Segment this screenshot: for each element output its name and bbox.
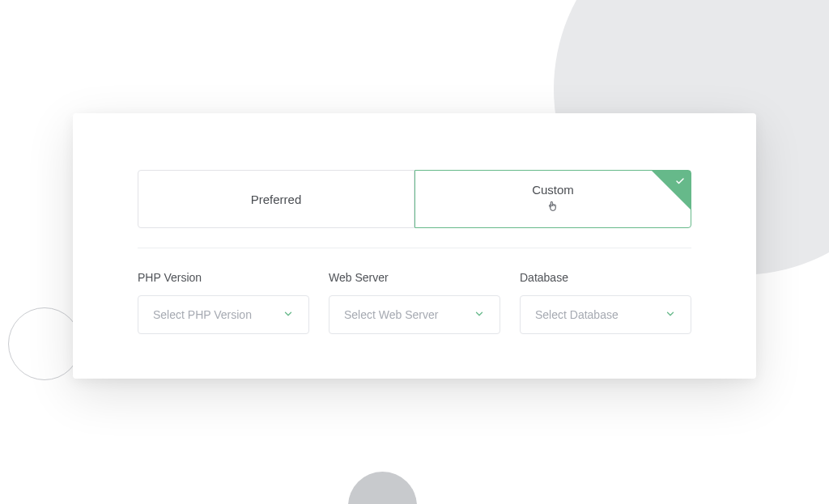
tab-preferred[interactable]: Preferred <box>138 170 414 228</box>
fields-row: PHP Version Select PHP Version Web Serve… <box>138 271 691 334</box>
web-server-placeholder: Select Web Server <box>344 308 438 321</box>
php-version-select[interactable]: Select PHP Version <box>138 295 309 334</box>
config-card: Preferred Custom PHP Version Sele <box>73 113 756 379</box>
web-server-label: Web Server <box>329 271 500 284</box>
check-icon <box>675 175 685 188</box>
field-database: Database Select Database <box>520 271 691 334</box>
chevron-down-icon <box>474 308 485 322</box>
config-tabs: Preferred Custom <box>138 170 691 228</box>
tab-custom-label: Custom <box>532 183 574 197</box>
tab-custom[interactable]: Custom <box>414 170 691 228</box>
decorative-circle-left <box>8 307 81 380</box>
php-version-placeholder: Select PHP Version <box>153 308 252 321</box>
web-server-select[interactable]: Select Web Server <box>329 295 500 334</box>
php-version-label: PHP Version <box>138 271 309 284</box>
database-placeholder: Select Database <box>535 308 619 321</box>
chevron-down-icon <box>665 308 676 322</box>
database-label: Database <box>520 271 691 284</box>
cursor-pointer-icon <box>546 200 559 215</box>
database-select[interactable]: Select Database <box>520 295 691 334</box>
chevron-down-icon <box>283 308 294 322</box>
field-php-version: PHP Version Select PHP Version <box>138 271 309 334</box>
divider <box>138 248 691 248</box>
decorative-circle-bottom <box>348 472 417 504</box>
field-web-server: Web Server Select Web Server <box>329 271 500 334</box>
tab-preferred-label: Preferred <box>251 193 302 206</box>
